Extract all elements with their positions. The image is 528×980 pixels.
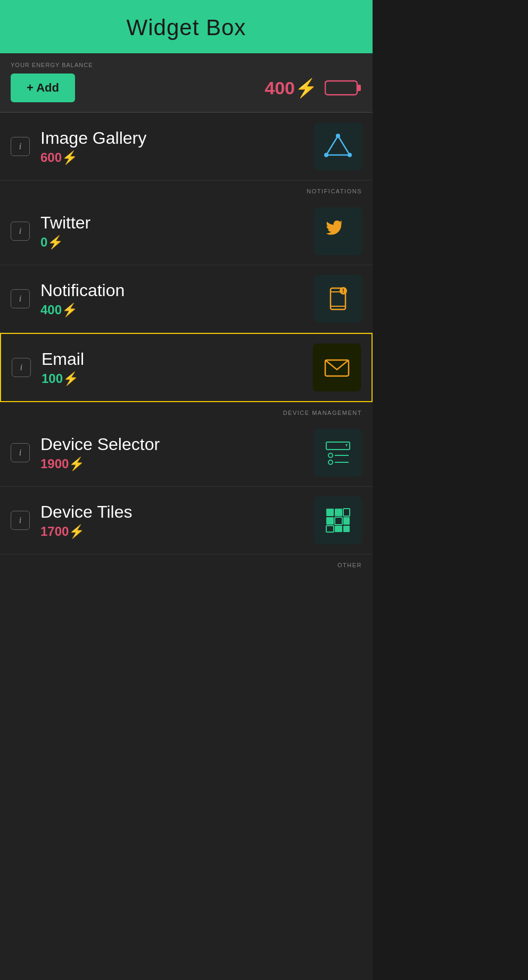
widget-info-device-tiles: Device Tiles 1700⚡	[40, 502, 314, 539]
info-badge-twitter[interactable]: i	[11, 222, 30, 241]
info-badge-device-selector[interactable]: i	[11, 443, 30, 462]
widget-icon-email	[313, 344, 361, 391]
widget-info-email: Email 100⚡	[42, 349, 313, 386]
other-header-text: OTHER	[337, 562, 362, 568]
svg-rect-25	[335, 526, 342, 532]
widget-name-device-selector: Device Selector	[40, 434, 314, 454]
info-badge-notification[interactable]: i	[11, 289, 30, 308]
energy-balance: 400⚡	[265, 77, 317, 99]
device-management-header-text: DEVICE MANAGEMENT	[283, 410, 362, 416]
device-management-section-header: DEVICE MANAGEMENT	[0, 402, 373, 419]
svg-marker-2	[326, 136, 350, 155]
energy-row: + Add 400⚡	[11, 74, 362, 102]
info-badge-image-gallery[interactable]: i	[11, 137, 30, 156]
widget-icon-device-tiles	[314, 496, 362, 544]
widget-info-twitter: Twitter 0⚡	[40, 213, 314, 250]
svg-rect-21	[326, 517, 334, 525]
app-title: Widget Box	[11, 15, 362, 40]
svg-marker-13	[345, 444, 348, 447]
info-badge-device-tiles[interactable]: i	[11, 511, 30, 530]
widget-name-notification: Notification	[40, 280, 314, 300]
energy-right: 400⚡	[265, 77, 362, 99]
svg-rect-1	[357, 85, 361, 91]
image-gallery-icon	[323, 132, 353, 161]
energy-label: YOUR ENERGY BALANCE	[11, 62, 362, 68]
device-selector-icon	[323, 438, 353, 468]
twitter-icon	[323, 216, 353, 246]
widget-name-image-gallery: Image Gallery	[40, 128, 314, 148]
energy-section: YOUR ENERGY BALANCE + Add 400⚡	[0, 53, 373, 112]
widget-cost-device-selector: 1900⚡	[40, 456, 314, 471]
widget-icon-device-selector	[314, 429, 362, 477]
svg-rect-24	[326, 526, 334, 532]
svg-rect-0	[325, 81, 357, 95]
widget-item-device-selector[interactable]: i Device Selector 1900⚡	[0, 419, 373, 487]
widget-info-notification: Notification 400⚡	[40, 280, 314, 317]
svg-rect-18	[326, 509, 334, 516]
widget-cost-email: 100⚡	[42, 371, 313, 386]
app-container: Widget Box YOUR ENERGY BALANCE + Add 400…	[0, 0, 373, 980]
widget-cost-image-gallery: 600⚡	[40, 150, 314, 165]
header: Widget Box	[0, 0, 373, 53]
svg-point-5	[324, 153, 328, 157]
widget-name-email: Email	[42, 349, 313, 369]
widget-info-image-gallery: Image Gallery 600⚡	[40, 128, 314, 165]
svg-point-14	[328, 453, 333, 458]
notification-icon: !	[323, 284, 353, 314]
device-tiles-icon	[323, 505, 353, 535]
widget-icon-image-gallery	[314, 123, 362, 170]
widget-item-email[interactable]: i Email 100⚡	[0, 333, 373, 402]
widget-name-twitter: Twitter	[40, 213, 314, 233]
other-section-header: OTHER	[0, 554, 373, 571]
add-button[interactable]: + Add	[11, 74, 75, 102]
svg-rect-26	[343, 526, 350, 532]
battery-icon	[325, 79, 362, 97]
svg-point-4	[348, 153, 352, 157]
email-icon	[322, 353, 352, 382]
svg-text:!: !	[342, 288, 344, 294]
svg-point-3	[336, 134, 340, 138]
widget-item-image-gallery[interactable]: i Image Gallery 600⚡	[0, 113, 373, 181]
widget-cost-device-tiles: 1700⚡	[40, 524, 314, 539]
widget-item-device-tiles[interactable]: i Device Tiles 1700⚡	[0, 487, 373, 554]
svg-rect-22	[335, 517, 342, 525]
widget-name-device-tiles: Device Tiles	[40, 502, 314, 522]
widget-cost-notification: 400⚡	[40, 303, 314, 317]
widget-item-notification[interactable]: i Notification 400⚡ !	[0, 265, 373, 333]
widget-icon-twitter	[314, 207, 362, 255]
svg-rect-19	[335, 509, 342, 516]
widget-info-device-selector: Device Selector 1900⚡	[40, 434, 314, 471]
notifications-header-text: NOTIFICATIONS	[307, 188, 362, 194]
info-badge-email[interactable]: i	[12, 358, 31, 377]
svg-rect-20	[343, 509, 350, 516]
widget-item-twitter[interactable]: i Twitter 0⚡	[0, 198, 373, 265]
notifications-section-header: NOTIFICATIONS	[0, 181, 373, 198]
svg-rect-23	[343, 517, 350, 525]
widget-icon-notification: !	[314, 275, 362, 323]
svg-point-16	[328, 460, 333, 464]
widget-cost-twitter: 0⚡	[40, 235, 314, 250]
